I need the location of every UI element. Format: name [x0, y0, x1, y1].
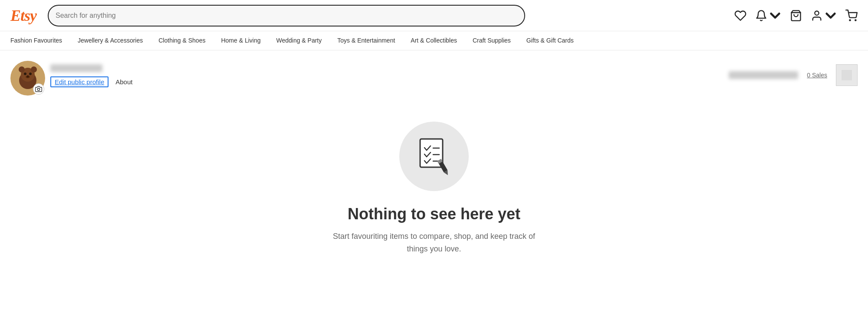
checklist-pencil-icon	[412, 135, 456, 178]
search-bar	[48, 5, 525, 26]
nav-item-clothing[interactable]: Clothing & Shoes	[151, 31, 213, 50]
svg-point-13	[27, 76, 29, 78]
profile-links: Edit public profile About	[50, 76, 132, 87]
svg-point-3	[815, 11, 819, 15]
bell-icon	[755, 10, 767, 22]
main-content: Nothing to see here yet Start favouritin…	[0, 96, 868, 273]
profile-section: Edit public profile About 0 Sales	[0, 50, 868, 96]
header-icons	[734, 10, 858, 22]
svg-rect-15	[842, 70, 852, 80]
shop-icon-placeholder	[836, 64, 858, 86]
nav-item-jewellery[interactable]: Jewellery & Accessories	[70, 31, 151, 50]
svg-point-5	[855, 20, 856, 20]
notifications-button[interactable]	[755, 10, 781, 22]
nav-item-art[interactable]: Art & Collectibles	[403, 31, 465, 50]
messages-button[interactable]	[790, 10, 802, 22]
username-blurred	[50, 64, 102, 72]
blurred-text	[729, 71, 798, 79]
svg-point-11	[29, 73, 32, 75]
nav-item-gifts[interactable]: Gifts & Gift Cards	[519, 31, 582, 50]
about-link[interactable]: About	[115, 78, 132, 86]
account-chevron-icon	[825, 10, 837, 22]
header: Etsy	[0, 0, 868, 31]
heart-icon	[734, 10, 746, 22]
svg-point-14	[37, 88, 39, 90]
svg-point-10	[24, 73, 26, 75]
search-input[interactable]	[56, 12, 517, 20]
etsy-logo[interactable]: Etsy	[10, 7, 41, 25]
avatar-container	[10, 61, 45, 96]
account-button[interactable]	[811, 10, 837, 22]
sales-count[interactable]: 0 Sales	[807, 72, 827, 79]
nav-item-fashion-favourites[interactable]: Fashion Favourites	[10, 31, 70, 50]
svg-point-4	[849, 20, 850, 20]
bag-icon	[790, 10, 802, 22]
svg-point-9	[31, 66, 37, 73]
chevron-down-icon	[769, 10, 781, 22]
wishlist-button[interactable]	[734, 10, 746, 22]
empty-state-subtitle: Start favouriting items to compare, shop…	[326, 230, 542, 255]
main-nav: Fashion Favourites Jewellery & Accessori…	[0, 31, 868, 50]
account-icon	[811, 10, 823, 22]
cart-icon	[845, 10, 858, 22]
cart-button[interactable]	[845, 10, 858, 22]
shop-placeholder-icon	[840, 68, 854, 82]
empty-state-icon	[399, 122, 469, 191]
camera-icon	[35, 86, 42, 92]
empty-state-title: Nothing to see here yet	[348, 205, 520, 223]
profile-right: 0 Sales	[729, 61, 858, 86]
nav-item-toys[interactable]: Toys & Entertainment	[329, 31, 403, 50]
camera-badge[interactable]	[33, 83, 44, 95]
nav-item-wedding[interactable]: Wedding & Party	[268, 31, 329, 50]
edit-profile-link[interactable]: Edit public profile	[50, 76, 108, 87]
svg-point-8	[19, 66, 25, 73]
nav-item-home[interactable]: Home & Living	[213, 31, 268, 50]
profile-info: Edit public profile About	[50, 61, 132, 87]
nav-item-craft[interactable]: Craft Supplies	[465, 31, 519, 50]
